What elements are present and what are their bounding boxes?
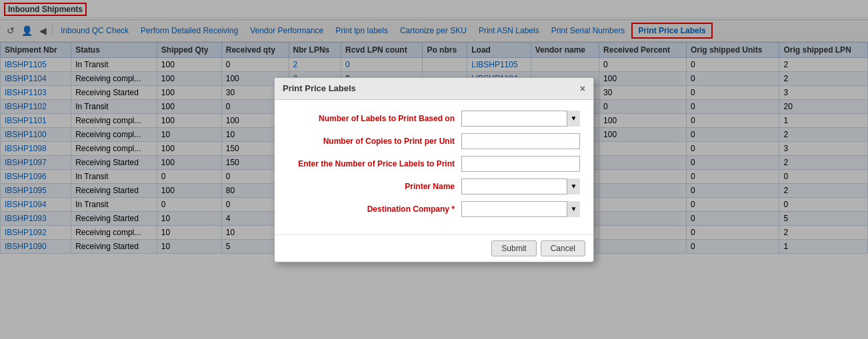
modal-footer: Submit Cancel [275, 234, 593, 262]
field-row-num-price-labels: Enter the Number of Price Labels to Prin… [288, 156, 580, 172]
field-row-printer-name: Printer Name ▼ [288, 178, 580, 194]
label-copies-per-unit: Number of Copies to Print per Unit [288, 137, 461, 146]
label-num-price-labels: Enter the Number of Price Labels to Prin… [288, 159, 461, 169]
modal-overlay: Print Price Labels × Number of Labels to… [0, 0, 868, 328]
select-wrapper-printer-name: ▼ [461, 178, 580, 194]
field-row-destination-company: Destination Company * ▼ [288, 201, 580, 217]
label-labels-based-on: Number of Labels to Print Based on [288, 114, 461, 123]
label-printer-name: Printer Name [288, 182, 461, 191]
label-destination-company: Destination Company * [288, 204, 461, 214]
select-labels-based-on[interactable] [461, 111, 580, 127]
field-row-labels-based-on: Number of Labels to Print Based on ▼ [288, 111, 580, 127]
input-copies-per-unit[interactable] [461, 133, 580, 149]
cancel-button[interactable]: Cancel [541, 240, 585, 256]
input-num-price-labels[interactable] [461, 156, 580, 172]
select-destination-company[interactable] [461, 201, 580, 217]
field-row-copies-per-unit: Number of Copies to Print per Unit [288, 133, 580, 149]
select-wrapper-labels-based-on: ▼ [461, 111, 580, 127]
print-price-labels-modal: Print Price Labels × Number of Labels to… [274, 77, 594, 262]
modal-header: Print Price Labels × [275, 78, 593, 100]
submit-button[interactable]: Submit [491, 240, 536, 256]
modal-close-button[interactable]: × [580, 83, 585, 94]
select-printer-name[interactable] [461, 178, 580, 194]
select-wrapper-destination-company: ▼ [461, 201, 580, 217]
modal-title: Print Price Labels [283, 83, 356, 93]
modal-body: Number of Labels to Print Based on ▼ Num… [275, 100, 593, 234]
